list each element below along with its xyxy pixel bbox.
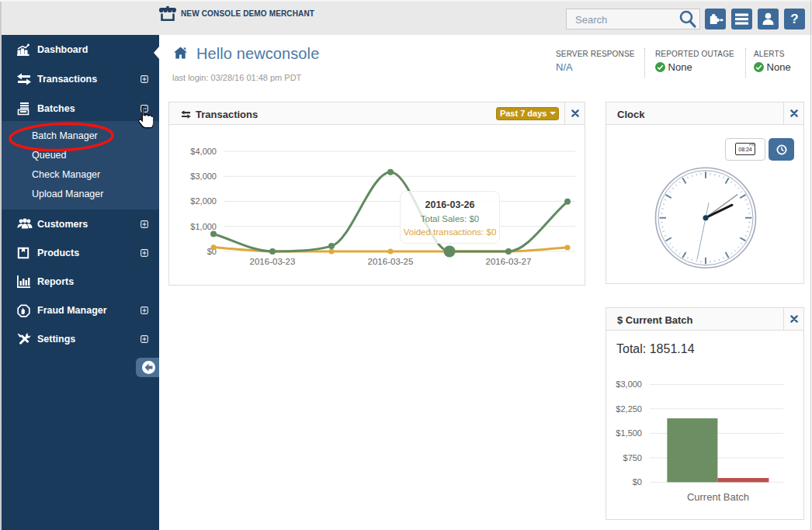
svg-text:$1,000: $1,000 xyxy=(190,222,217,231)
svg-text:$2,250: $2,250 xyxy=(616,404,642,414)
svg-text:2016-03-27: 2016-03-27 xyxy=(486,257,532,266)
svg-text:$3,000: $3,000 xyxy=(616,379,642,389)
svg-text:2016-03-25: 2016-03-25 xyxy=(368,257,414,266)
svg-text:$4,000: $4,000 xyxy=(190,147,217,156)
svg-text:2016-03-23: 2016-03-23 xyxy=(250,257,296,266)
svg-text:$2,000: $2,000 xyxy=(190,196,217,206)
svg-text:$1,500: $1,500 xyxy=(616,428,642,438)
svg-text:$750: $750 xyxy=(623,453,642,462)
svg-text:$3,000: $3,000 xyxy=(190,171,217,181)
svg-text:Current Batch: Current Batch xyxy=(687,491,749,503)
svg-text:$0: $0 xyxy=(633,477,642,487)
